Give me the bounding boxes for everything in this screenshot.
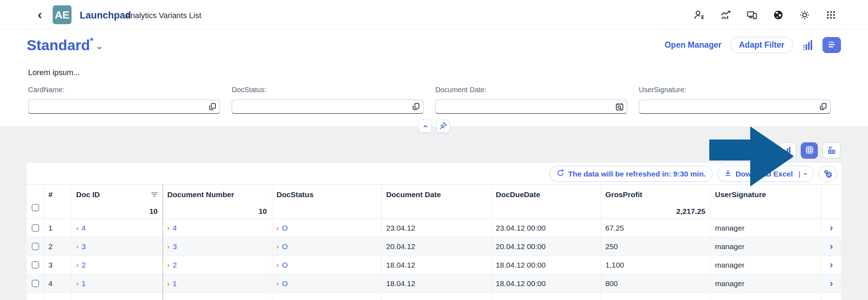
doc-id-cell: ›3 (72, 237, 163, 256)
document-number-link[interactable]: 3 (173, 242, 177, 251)
expand-chevron-icon[interactable]: › (167, 243, 169, 251)
usersignature-input[interactable] (639, 100, 831, 114)
row-navigation-cell: › (821, 256, 841, 274)
document-number-link[interactable]: 2 (173, 261, 177, 269)
document-date-cell (382, 293, 491, 300)
navigate-chevron-icon[interactable]: › (830, 222, 833, 233)
doc-id-link[interactable]: 2 (81, 261, 86, 269)
bar-chart-icon (802, 47, 814, 52)
grid-table-icon (805, 146, 814, 156)
col-label: Document Number (167, 190, 234, 199)
navigate-chevron-icon[interactable]: › (830, 241, 833, 252)
filter-field-document-date: Document Date: (435, 86, 627, 114)
select-all-checkbox[interactable] (32, 204, 39, 211)
navigate-chevron-icon[interactable]: › (830, 259, 833, 270)
doc-id-cell: ›4 (72, 219, 163, 237)
document-date-input[interactable] (435, 100, 627, 114)
filter-field-docstatus: DocStatus: (232, 86, 424, 114)
analytics-variants-page: ‹ AE Launchpad Analytics Variants List (0, 0, 868, 300)
pin-filter-button[interactable] (436, 120, 450, 133)
table-settings-button[interactable]: ⚙ ⚙ (819, 166, 837, 182)
doc-status-link[interactable]: O (282, 261, 288, 269)
expand-chevron-icon[interactable]: › (167, 224, 169, 232)
doc-id-link[interactable]: 3 (81, 242, 86, 251)
doc-due-date-value: 23.04.12 00:00 (496, 224, 546, 232)
adapt-filter-button[interactable]: Adapt Filter (730, 37, 793, 53)
expand-chevron-icon[interactable]: › (76, 243, 78, 251)
row-select-cell (27, 274, 44, 293)
docstatus-input[interactable] (232, 100, 424, 114)
filter-bar-toggle-button[interactable] (822, 37, 841, 53)
document-number-cell: ›1 (163, 274, 272, 293)
refresh-countdown-button[interactable]: The data will be refreshed in: 9:30 min. (549, 166, 712, 182)
globe-button[interactable] (773, 10, 784, 20)
row-checkbox[interactable] (32, 224, 39, 232)
table-row[interactable]: 4 ›1 ›1 ›O 18.04.12 18.04.12 00:00 800 m… (27, 274, 841, 293)
user-settings-button[interactable] (694, 10, 705, 20)
expand-chevron-icon[interactable]: › (277, 261, 279, 269)
value-help-icon[interactable] (208, 102, 217, 111)
row-checkbox[interactable] (32, 243, 39, 250)
table-header-row: # Doc ID 10 Document Number 10 DocStatus (27, 185, 841, 219)
analytics-button[interactable] (720, 10, 731, 20)
document-number-link[interactable]: 1 (173, 279, 177, 288)
document-number-link[interactable]: 4 (173, 224, 177, 232)
row-checkbox[interactable] (32, 280, 39, 287)
table-row[interactable]: 2 ›3 ›3 ›O 20.04.12 20.04.12 00:00 250 m… (27, 237, 841, 256)
expand-chevron-icon[interactable]: › (277, 224, 279, 232)
user-signature-value: manager (715, 224, 745, 232)
expand-chevron-icon[interactable]: › (76, 261, 78, 269)
expand-chevron-icon[interactable]: › (167, 261, 169, 269)
doc-status-link[interactable]: O (282, 242, 288, 251)
appearance-button[interactable] (799, 10, 810, 20)
open-manager-button[interactable]: Open Manager (664, 40, 721, 50)
analytics-icon (720, 10, 731, 20)
value-help-icon[interactable] (819, 102, 828, 111)
chart-view-button[interactable] (779, 142, 796, 159)
document-number-cell: ›2 (163, 256, 272, 274)
doc-id-link[interactable]: 1 (81, 279, 86, 288)
app-logo[interactable]: AE (53, 5, 72, 24)
appearance-sun-icon (799, 10, 810, 20)
expand-chevron-icon[interactable]: › (76, 224, 78, 232)
doc-id-link[interactable]: 4 (81, 224, 86, 232)
doc-status-link[interactable]: O (282, 224, 288, 232)
row-select-cell (27, 256, 44, 274)
shell-title[interactable]: Launchpad (80, 10, 131, 21)
chart-button[interactable] (802, 39, 814, 51)
col-label: DocDueDate (496, 190, 540, 199)
gros-profit-cell: 800 (601, 274, 711, 293)
row-checkbox[interactable] (32, 261, 39, 269)
collapse-filter-button[interactable]: › (418, 120, 432, 133)
value-help-icon[interactable] (411, 102, 421, 111)
app-finder-button[interactable] (826, 10, 836, 20)
col-user-signature[interactable]: UserSignature (711, 185, 821, 219)
filter-label: DocStatus: (232, 86, 424, 94)
cardname-input[interactable] (28, 100, 220, 114)
chart-table-view-button[interactable] (822, 142, 841, 159)
expand-chevron-icon[interactable]: › (277, 280, 279, 288)
expand-chevron-icon[interactable]: › (76, 280, 78, 288)
download-excel-button[interactable]: Download Excel | › (717, 166, 814, 182)
variant-selector[interactable]: Standard* › (27, 37, 101, 53)
expand-chevron-icon[interactable]: › (277, 243, 279, 251)
table-view-button-selected[interactable] (801, 142, 818, 159)
col-document-number[interactable]: Document Number 10 (163, 185, 272, 219)
col-doc-id[interactable]: Doc ID 10 (72, 185, 163, 219)
col-doc-due-date[interactable]: DocDueDate (491, 185, 601, 219)
chevron-down-icon: › (94, 46, 105, 49)
table-toolbar: The data will be refreshed in: 9:30 min.… (549, 166, 837, 182)
col-gros-profit[interactable]: GrosProfit 2,217.25 (601, 185, 711, 219)
back-button[interactable]: ‹ (33, 0, 47, 30)
row-navigation-cell: › (821, 274, 841, 293)
doc-due-date-cell: 20.04.12 00:00 (491, 237, 601, 256)
expand-chevron-icon[interactable]: › (167, 280, 169, 288)
table-row[interactable]: 3 ›2 ›2 ›O 18.04.12 18.04.12 00:00 1,100… (27, 256, 841, 274)
navigate-chevron-icon[interactable]: › (830, 278, 833, 289)
col-doc-status[interactable]: DocStatus (272, 185, 382, 219)
col-document-date[interactable]: Document Date (382, 185, 491, 219)
date-range-icon[interactable] (615, 102, 624, 111)
doc-status-link[interactable]: O (282, 279, 288, 288)
devices-button[interactable] (747, 10, 757, 20)
table-row[interactable]: 1 ›4 ›4 ›O 23.04.12 23.04.12 00:00 67.25… (27, 219, 841, 237)
